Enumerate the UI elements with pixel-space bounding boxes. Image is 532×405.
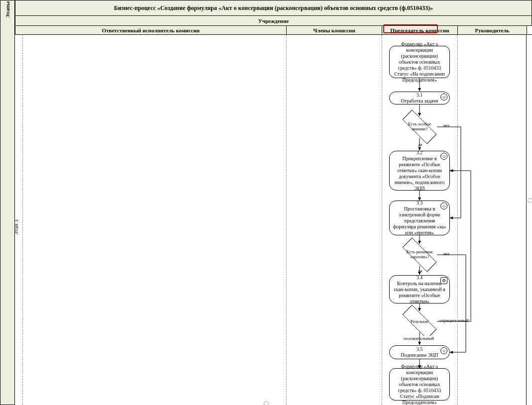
label-yes-2: да — [418, 268, 423, 273]
node-3-4-num: 3.4 — [417, 275, 423, 281]
user-icon: ☺ — [440, 153, 447, 160]
node-3-2-text: Прикрепление в реквизите «Особые отметки… — [393, 156, 446, 192]
user-icon: ☺ — [440, 202, 447, 209]
stage3-label: Этап 3 — [13, 219, 19, 235]
gateway-opinion-text: Есть особое мнение? — [402, 116, 437, 138]
node-output-doc: Формуляр «Акт о консервации (расконсерва… — [389, 368, 450, 401]
node-3-1-text: Отработка задачи — [401, 98, 438, 104]
title: Бизнес-процесс «Создание формуляра «Акт … — [15, 0, 532, 16]
gateway-against-text: Есть решение «против»? — [402, 244, 437, 266]
user-icon: ☺ — [440, 347, 447, 354]
lane-border-4 — [457, 35, 458, 405]
node-3-1-num: 3.1 — [417, 92, 423, 98]
node-3-1: ☺ 3.1 Отработка задачи — [389, 92, 450, 104]
node-3-3: ☺ 3.3 Простановка в электронной форме пр… — [389, 201, 450, 235]
node-input-text: Формуляр «Акт о консервации (расконсерва… — [393, 41, 446, 83]
highlight-box — [383, 24, 438, 33]
node-3-5-num: 3.5 — [417, 346, 423, 352]
lane-border-2 — [286, 35, 287, 405]
gateway-against: Есть решение «против»? — [402, 244, 437, 266]
node-3-4: ⚙ 3.4 Контроль на наличие скан-копии, ук… — [389, 275, 450, 304]
label-positive: положительный — [403, 336, 434, 341]
stages-column: Этапы Этап 3 — [0, 0, 15, 405]
lane-border-left — [22, 35, 23, 405]
gear-icon: ⚙ — [440, 277, 447, 284]
label-negative: отрицательный — [439, 318, 469, 323]
label-yes-1: да — [418, 142, 423, 147]
node-input-doc: Формуляр «Акт о консервации (расконсерва… — [389, 46, 450, 78]
node-3-3-num: 3.3 — [417, 200, 423, 206]
col-executor: Ответственный исполнитель комиссии — [15, 26, 286, 34]
lane-border-right — [526, 35, 527, 405]
gateway-opinion: Есть особое мнение? — [402, 116, 437, 138]
label-no-1: нет — [443, 123, 450, 128]
gateway-result-text: Результат — [402, 311, 437, 333]
node-3-3-text: Простановка в электронной форме представ… — [393, 206, 446, 236]
label-no-2: нет — [443, 251, 450, 256]
node-output-text: Формуляр «Акт о консервации (расконсерва… — [393, 364, 446, 405]
node-3-2: ☺ 3.2 Прикрепление в реквизите «Особые о… — [389, 151, 450, 191]
resize-handle-bottom[interactable] — [264, 401, 269, 405]
columns-row: Ответственный исполнитель комиссии Члены… — [15, 26, 532, 35]
col-head: Руководитель — [457, 26, 527, 34]
gateway-result: Результат — [402, 311, 437, 333]
flow-arrows — [0, 0, 532, 405]
node-3-5-text: Подписание ЭЦП — [401, 352, 438, 358]
header: Бизнес-процесс «Создание формуляра «Акт … — [0, 0, 532, 35]
node-3-2-num: 3.2 — [417, 150, 423, 156]
node-3-4-text: Контроль на наличие скан-копии, указанно… — [393, 281, 446, 304]
org-row: Учреждение — [15, 16, 532, 26]
lane-border-3 — [382, 35, 382, 405]
user-icon: ☺ — [440, 94, 447, 101]
page: Этапы Этап 3 Бизнес-процесс «Создание фо… — [0, 0, 532, 405]
resize-handle-right[interactable] — [528, 198, 532, 203]
node-3-5: ☺ 3.5 Подписание ЭЦП — [389, 345, 450, 359]
col-members: Члены комиссии — [286, 26, 382, 34]
